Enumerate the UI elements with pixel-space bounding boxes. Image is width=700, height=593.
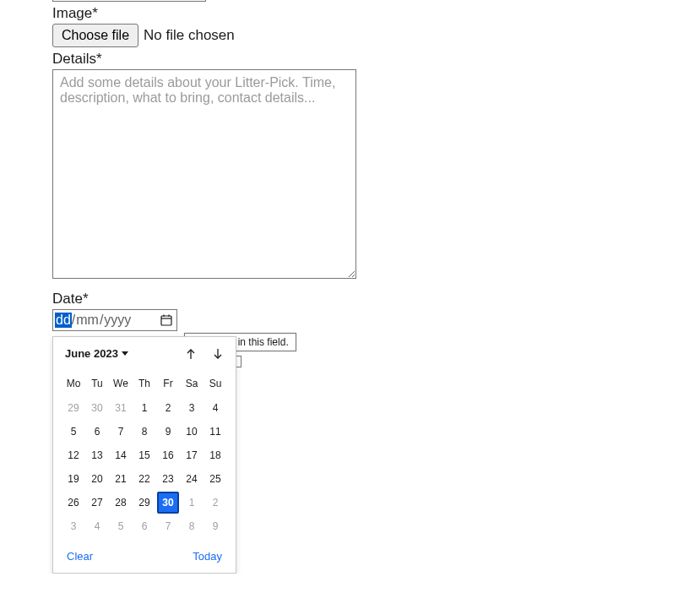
calendar-icon[interactable] <box>160 313 173 327</box>
calendar-day[interactable]: 22 <box>133 468 155 490</box>
calendar-day[interactable]: 16 <box>157 444 179 466</box>
calendar-day[interactable]: 20 <box>86 468 108 490</box>
calendar-day[interactable]: 3 <box>181 397 203 419</box>
calendar-day[interactable]: 28 <box>110 492 132 514</box>
calendar-today-button[interactable]: Today <box>193 550 222 563</box>
calendar-day[interactable]: 8 <box>133 421 155 443</box>
calendar-day[interactable]: 12 <box>62 444 84 466</box>
calendar-dow-header: Fr <box>156 375 180 396</box>
calendar-grid: MoTuWeThFrSaSu29303112345678910111213141… <box>62 375 227 538</box>
date-month-segment[interactable]: mm <box>75 313 100 328</box>
calendar-day[interactable]: 26 <box>62 492 84 514</box>
calendar-day[interactable]: 13 <box>86 444 108 466</box>
calendar-day[interactable]: 18 <box>204 444 226 466</box>
calendar-day[interactable]: 29 <box>62 397 84 419</box>
calendar-month-picker[interactable]: June 2023 <box>65 347 128 360</box>
file-chosen-status: No file chosen <box>144 27 235 44</box>
calendar-dow-header: Su <box>203 375 227 396</box>
chevron-down-icon <box>122 351 128 356</box>
calendar-clear-button[interactable]: Clear <box>67 550 93 563</box>
calendar-day[interactable]: 24 <box>181 468 203 490</box>
calendar-day[interactable]: 14 <box>110 444 132 466</box>
calendar-day[interactable]: 9 <box>157 421 179 443</box>
calendar-day[interactable]: 5 <box>110 515 132 537</box>
calendar-day[interactable]: 10 <box>181 421 203 443</box>
calendar-day[interactable]: 29 <box>133 492 155 514</box>
calendar-day[interactable]: 6 <box>133 515 155 537</box>
calendar-prev-month[interactable] <box>185 348 197 360</box>
calendar-day[interactable]: 9 <box>204 515 226 537</box>
choose-file-button[interactable]: Choose file <box>52 24 138 47</box>
calendar-day[interactable]: 2 <box>204 492 226 514</box>
calendar-day[interactable]: 7 <box>110 421 132 443</box>
calendar-day[interactable]: 11 <box>204 421 226 443</box>
date-input[interactable]: dd / mm / yyyy <box>52 309 177 331</box>
calendar-day[interactable]: 4 <box>204 397 226 419</box>
image-label: Image* <box>52 5 700 22</box>
svg-rect-0 <box>161 316 171 325</box>
calendar-day[interactable]: 6 <box>86 421 108 443</box>
calendar-dow-header: Tu <box>85 375 109 396</box>
calendar-day[interactable]: 1 <box>181 492 203 514</box>
calendar-day[interactable]: 8 <box>181 515 203 537</box>
calendar-day[interactable]: 17 <box>181 444 203 466</box>
calendar-day[interactable]: 15 <box>133 444 155 466</box>
calendar-day[interactable]: 1 <box>133 397 155 419</box>
calendar-dow-header: We <box>109 375 133 396</box>
calendar-day[interactable]: 25 <box>204 468 226 490</box>
calendar-day[interactable]: 19 <box>62 468 84 490</box>
calendar-day[interactable]: 2 <box>157 397 179 419</box>
calendar-day[interactable]: 27 <box>86 492 108 514</box>
calendar-day[interactable]: 30 <box>157 492 179 514</box>
date-label: Date* <box>52 291 700 307</box>
calendar-day[interactable]: 5 <box>62 421 84 443</box>
calendar-day[interactable]: 23 <box>157 468 179 490</box>
calendar-month-label: June 2023 <box>65 347 118 360</box>
details-textarea[interactable] <box>52 69 356 279</box>
calendar-day[interactable]: 30 <box>86 397 108 419</box>
calendar-day[interactable]: 31 <box>110 397 132 419</box>
calendar-day[interactable]: 21 <box>110 468 132 490</box>
calendar-dow-header: Th <box>133 375 156 396</box>
date-year-segment[interactable]: yyyy <box>103 313 132 328</box>
date-day-segment[interactable]: dd <box>55 313 72 328</box>
calendar-day[interactable]: 7 <box>157 515 179 537</box>
details-label: Details* <box>52 51 700 68</box>
calendar-popup: June 2023 MoTuWeThFrSaSu2930 <box>52 336 236 574</box>
calendar-dow-header: Mo <box>62 375 85 396</box>
previous-field-bottom <box>52 0 206 2</box>
calendar-next-month[interactable] <box>212 348 224 360</box>
calendar-day[interactable]: 4 <box>86 515 108 537</box>
calendar-day[interactable]: 3 <box>62 515 84 537</box>
calendar-dow-header: Sa <box>180 375 203 396</box>
